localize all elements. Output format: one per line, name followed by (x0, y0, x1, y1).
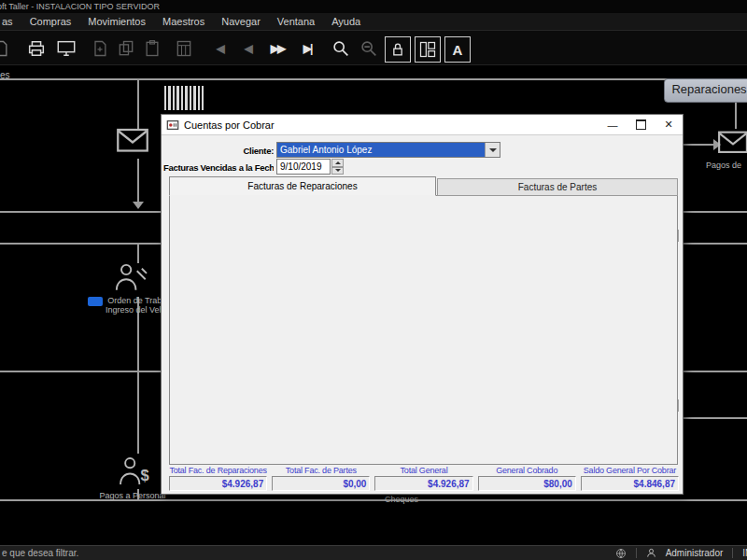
tab-facturas-partes[interactable]: Facturas de Partes (437, 178, 678, 196)
general-totals-row: Total Fac. de Reparaciones $4.926,87 Tot… (169, 466, 679, 491)
monitor-icon[interactable] (54, 36, 78, 61)
status-separator (732, 548, 733, 558)
export-icon[interactable] (88, 36, 112, 61)
cliente-dropdown-button[interactable] (485, 143, 500, 157)
maximize-icon (636, 119, 646, 130)
dialog-title: Cuentas por Cobrar (184, 119, 275, 131)
general-total-label: Total General (374, 466, 472, 476)
clipped-tool-icon[interactable] (0, 36, 13, 61)
general-total-value: $0,00 (272, 476, 370, 491)
cheques-label: Cheques (385, 495, 459, 504)
tab-facturas-reparaciones[interactable]: Facturas de Reparaciones (169, 176, 436, 196)
nav-prev-icon[interactable]: ◀ (235, 36, 260, 61)
menubar: as Compras Movimientos Maestros Navegar … (0, 13, 747, 31)
status-hint: e que desea filtrar. (0, 548, 78, 558)
fecha-input[interactable]: 9/10/2019 (276, 159, 331, 175)
pagos-personal-icon[interactable]: $ (114, 454, 153, 493)
saldo-general-por-cobrar: Saldo General Por Cobrar $4.846,87 (581, 466, 679, 491)
dialog-titlebar[interactable]: Cuentas por Cobrar — ✕ (162, 115, 683, 135)
window-layout-icon[interactable] (415, 36, 441, 63)
grid-tool-icon[interactable] (172, 36, 196, 61)
spinner-down-button[interactable] (331, 167, 344, 175)
status-mode: INS (742, 546, 747, 560)
search-remove-icon[interactable] (357, 36, 381, 61)
user-icon (646, 548, 656, 558)
general-total-label: Total Fac. de Reparaciones (169, 466, 267, 476)
flow-arrow-down (133, 202, 144, 209)
general-total-label: Total Fac. de Partes (272, 466, 370, 476)
cliente-value: Gabriel Antonio López (277, 143, 485, 157)
menu-item-ventana[interactable]: Ventana (269, 16, 323, 27)
status-separator (636, 548, 637, 558)
menu-item-navegar[interactable]: Navegar (213, 16, 269, 27)
flow-connector (137, 245, 139, 263)
general-total-value: $80,00 (478, 476, 576, 491)
clipboard-icon[interactable] (140, 36, 164, 61)
print-icon[interactable] (24, 36, 49, 61)
globe-icon (615, 548, 627, 559)
flow-line (684, 144, 715, 146)
nav-next-icon[interactable]: ▶▶ (265, 36, 289, 61)
general-cobrado: General Cobrado $80,00 (478, 466, 576, 491)
cliente-label: Cliente: (163, 146, 274, 156)
total-general: Total General $4.926,87 (374, 466, 472, 491)
reparaciones-button[interactable]: Reparaciones (664, 78, 747, 103)
flow-connector (137, 159, 139, 202)
search-icon[interactable] (329, 36, 353, 61)
cuentas-por-cobrar-dialog: Cuentas por Cobrar — ✕ Cliente: Gabriel … (161, 114, 684, 495)
orden-trabajo-icon[interactable] (110, 261, 149, 299)
general-total-label: Saldo General Por Cobrar (581, 466, 679, 476)
fecha-spinner[interactable] (331, 159, 344, 175)
status-right-panel: Administrador INS (615, 546, 747, 560)
menu-item-compras[interactable]: Compras (21, 16, 80, 27)
svg-text:$: $ (141, 467, 149, 483)
nav-last-icon[interactable]: ▶| (295, 36, 319, 61)
tab-panel (169, 195, 678, 465)
toolbar: ◀ ◀ ▶▶ ▶| A (0, 31, 747, 65)
nav-first-icon[interactable]: ◀ (207, 36, 232, 61)
pagos-de-icon[interactable] (717, 129, 747, 161)
spinner-up-icon (335, 161, 341, 164)
close-button[interactable]: ✕ (655, 115, 683, 135)
dialog-icon (166, 119, 179, 132)
status-user: Administrador (666, 546, 724, 560)
general-total-value: $4.926,87 (169, 476, 267, 491)
maximize-button[interactable] (627, 115, 655, 135)
menu-item-ventas[interactable]: as (0, 16, 21, 27)
menu-item-movimientos[interactable]: Movimientos (79, 16, 154, 27)
lock-icon[interactable] (385, 36, 411, 63)
total-fac-reparaciones: Total Fac. de Reparaciones $4.926,87 (169, 466, 267, 491)
status-bar: e que desea filtrar. Administrador INS (0, 545, 747, 560)
cliente-combobox[interactable]: Gabriel Antonio López (276, 142, 500, 158)
font-tool-icon[interactable]: A (444, 36, 471, 63)
spinner-up-button[interactable] (331, 159, 344, 167)
menu-item-ayuda[interactable]: Ayuda (323, 16, 369, 27)
menu-item-maestros[interactable]: Maestros (154, 16, 213, 27)
chevron-down-icon (489, 148, 497, 152)
minimize-button[interactable]: — (599, 115, 627, 135)
general-total-label: General Cobrado (478, 466, 576, 476)
partial-left-label: es (0, 71, 10, 80)
app-titlebar: oft Taller - INSTALACION TIPO SERVIDOR (0, 0, 747, 13)
total-fac-partes: Total Fac. de Partes $0,00 (272, 466, 370, 491)
flow-line (0, 78, 747, 80)
flow-connector (137, 78, 139, 129)
spinner-down-icon (335, 169, 341, 172)
mail-icon[interactable] (116, 127, 149, 159)
general-total-value: $4.926,87 (374, 476, 472, 491)
flow-line (684, 417, 747, 419)
application-window: oft Taller - INSTALACION TIPO SERVIDOR a… (0, 0, 747, 560)
app-title: oft Taller - INSTALACION TIPO SERVIDOR (0, 2, 160, 11)
copy-icon[interactable] (114, 36, 138, 61)
barcode-icon[interactable] (164, 86, 204, 110)
flow-connector (137, 372, 139, 454)
vencidas-label: Facturas Vencidas a la Fecha: (163, 162, 274, 173)
pagos-de-label: Pagos de (706, 161, 747, 170)
general-total-value: $4.846,87 (581, 476, 679, 491)
